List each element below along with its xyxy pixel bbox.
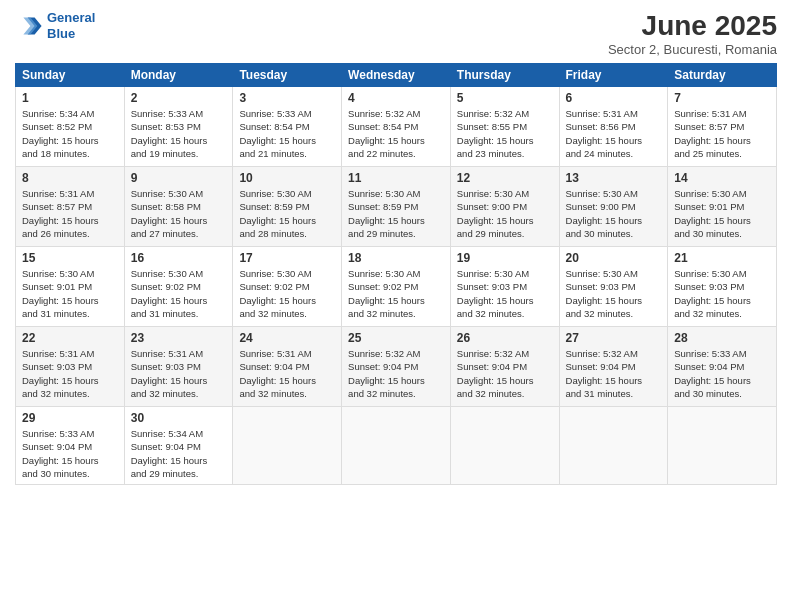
day-info: Sunrise: 5:34 AM Sunset: 8:52 PM Dayligh… (22, 107, 118, 160)
table-row (342, 407, 451, 485)
table-row: 10Sunrise: 5:30 AM Sunset: 8:59 PM Dayli… (233, 167, 342, 247)
table-row: 25Sunrise: 5:32 AM Sunset: 9:04 PM Dayli… (342, 327, 451, 407)
day-info: Sunrise: 5:31 AM Sunset: 8:56 PM Dayligh… (566, 107, 662, 160)
day-number: 7 (674, 91, 770, 105)
table-row: 16Sunrise: 5:30 AM Sunset: 9:02 PM Dayli… (124, 247, 233, 327)
day-info: Sunrise: 5:32 AM Sunset: 8:55 PM Dayligh… (457, 107, 553, 160)
day-number: 20 (566, 251, 662, 265)
table-row (559, 407, 668, 485)
day-number: 6 (566, 91, 662, 105)
table-row: 8Sunrise: 5:31 AM Sunset: 8:57 PM Daylig… (16, 167, 125, 247)
day-info: Sunrise: 5:33 AM Sunset: 9:04 PM Dayligh… (22, 427, 118, 480)
day-number: 12 (457, 171, 553, 185)
day-number: 17 (239, 251, 335, 265)
logo-blue: Blue (47, 26, 75, 41)
calendar-page: General Blue June 2025 Sector 2, Bucures… (0, 0, 792, 612)
day-number: 8 (22, 171, 118, 185)
day-info: Sunrise: 5:30 AM Sunset: 9:00 PM Dayligh… (457, 187, 553, 240)
day-number: 9 (131, 171, 227, 185)
day-number: 3 (239, 91, 335, 105)
day-info: Sunrise: 5:34 AM Sunset: 9:04 PM Dayligh… (131, 427, 227, 480)
day-info: Sunrise: 5:33 AM Sunset: 8:54 PM Dayligh… (239, 107, 335, 160)
table-row: 23Sunrise: 5:31 AM Sunset: 9:03 PM Dayli… (124, 327, 233, 407)
day-info: Sunrise: 5:30 AM Sunset: 9:03 PM Dayligh… (457, 267, 553, 320)
header-wednesday: Wednesday (342, 64, 451, 87)
day-number: 18 (348, 251, 444, 265)
day-number: 4 (348, 91, 444, 105)
day-info: Sunrise: 5:30 AM Sunset: 8:59 PM Dayligh… (348, 187, 444, 240)
day-number: 11 (348, 171, 444, 185)
day-number: 2 (131, 91, 227, 105)
day-number: 23 (131, 331, 227, 345)
header-thursday: Thursday (450, 64, 559, 87)
day-number: 25 (348, 331, 444, 345)
day-info: Sunrise: 5:33 AM Sunset: 8:53 PM Dayligh… (131, 107, 227, 160)
day-number: 10 (239, 171, 335, 185)
day-number: 5 (457, 91, 553, 105)
day-number: 26 (457, 331, 553, 345)
day-number: 13 (566, 171, 662, 185)
table-row: 13Sunrise: 5:30 AM Sunset: 9:00 PM Dayli… (559, 167, 668, 247)
day-info: Sunrise: 5:30 AM Sunset: 9:03 PM Dayligh… (674, 267, 770, 320)
day-info: Sunrise: 5:32 AM Sunset: 8:54 PM Dayligh… (348, 107, 444, 160)
day-number: 15 (22, 251, 118, 265)
day-info: Sunrise: 5:30 AM Sunset: 9:01 PM Dayligh… (22, 267, 118, 320)
day-info: Sunrise: 5:30 AM Sunset: 9:01 PM Dayligh… (674, 187, 770, 240)
table-row: 26Sunrise: 5:32 AM Sunset: 9:04 PM Dayli… (450, 327, 559, 407)
day-info: Sunrise: 5:30 AM Sunset: 9:02 PM Dayligh… (239, 267, 335, 320)
day-info: Sunrise: 5:30 AM Sunset: 9:02 PM Dayligh… (131, 267, 227, 320)
day-info: Sunrise: 5:31 AM Sunset: 9:04 PM Dayligh… (239, 347, 335, 400)
day-info: Sunrise: 5:30 AM Sunset: 8:58 PM Dayligh… (131, 187, 227, 240)
page-header: General Blue June 2025 Sector 2, Bucures… (15, 10, 777, 57)
day-info: Sunrise: 5:31 AM Sunset: 9:03 PM Dayligh… (131, 347, 227, 400)
day-number: 27 (566, 331, 662, 345)
day-info: Sunrise: 5:32 AM Sunset: 9:04 PM Dayligh… (348, 347, 444, 400)
table-row: 19Sunrise: 5:30 AM Sunset: 9:03 PM Dayli… (450, 247, 559, 327)
header-monday: Monday (124, 64, 233, 87)
day-number: 28 (674, 331, 770, 345)
logo-icon (15, 12, 43, 40)
day-info: Sunrise: 5:30 AM Sunset: 9:03 PM Dayligh… (566, 267, 662, 320)
day-info: Sunrise: 5:32 AM Sunset: 9:04 PM Dayligh… (566, 347, 662, 400)
calendar-title: June 2025 (608, 10, 777, 42)
day-info: Sunrise: 5:30 AM Sunset: 9:00 PM Dayligh… (566, 187, 662, 240)
day-number: 14 (674, 171, 770, 185)
table-row: 28Sunrise: 5:33 AM Sunset: 9:04 PM Dayli… (668, 327, 777, 407)
day-number: 30 (131, 411, 227, 425)
table-row: 30Sunrise: 5:34 AM Sunset: 9:04 PM Dayli… (124, 407, 233, 485)
table-row: 15Sunrise: 5:30 AM Sunset: 9:01 PM Dayli… (16, 247, 125, 327)
table-row: 14Sunrise: 5:30 AM Sunset: 9:01 PM Dayli… (668, 167, 777, 247)
table-row: 3Sunrise: 5:33 AM Sunset: 8:54 PM Daylig… (233, 87, 342, 167)
header-friday: Friday (559, 64, 668, 87)
table-row: 21Sunrise: 5:30 AM Sunset: 9:03 PM Dayli… (668, 247, 777, 327)
day-info: Sunrise: 5:30 AM Sunset: 8:59 PM Dayligh… (239, 187, 335, 240)
table-row: 24Sunrise: 5:31 AM Sunset: 9:04 PM Dayli… (233, 327, 342, 407)
weekday-header-row: Sunday Monday Tuesday Wednesday Thursday… (16, 64, 777, 87)
table-row: 9Sunrise: 5:30 AM Sunset: 8:58 PM Daylig… (124, 167, 233, 247)
table-row: 12Sunrise: 5:30 AM Sunset: 9:00 PM Dayli… (450, 167, 559, 247)
day-number: 21 (674, 251, 770, 265)
day-number: 16 (131, 251, 227, 265)
day-info: Sunrise: 5:33 AM Sunset: 9:04 PM Dayligh… (674, 347, 770, 400)
header-tuesday: Tuesday (233, 64, 342, 87)
header-sunday: Sunday (16, 64, 125, 87)
table-row: 20Sunrise: 5:30 AM Sunset: 9:03 PM Dayli… (559, 247, 668, 327)
day-info: Sunrise: 5:30 AM Sunset: 9:02 PM Dayligh… (348, 267, 444, 320)
table-row (233, 407, 342, 485)
table-row (450, 407, 559, 485)
table-row: 7Sunrise: 5:31 AM Sunset: 8:57 PM Daylig… (668, 87, 777, 167)
table-row (668, 407, 777, 485)
day-info: Sunrise: 5:31 AM Sunset: 8:57 PM Dayligh… (674, 107, 770, 160)
table-row: 27Sunrise: 5:32 AM Sunset: 9:04 PM Dayli… (559, 327, 668, 407)
table-row: 29Sunrise: 5:33 AM Sunset: 9:04 PM Dayli… (16, 407, 125, 485)
table-row: 1Sunrise: 5:34 AM Sunset: 8:52 PM Daylig… (16, 87, 125, 167)
logo: General Blue (15, 10, 95, 41)
table-row: 5Sunrise: 5:32 AM Sunset: 8:55 PM Daylig… (450, 87, 559, 167)
table-row: 6Sunrise: 5:31 AM Sunset: 8:56 PM Daylig… (559, 87, 668, 167)
day-number: 19 (457, 251, 553, 265)
day-info: Sunrise: 5:31 AM Sunset: 8:57 PM Dayligh… (22, 187, 118, 240)
title-area: June 2025 Sector 2, Bucuresti, Romania (608, 10, 777, 57)
day-number: 22 (22, 331, 118, 345)
table-row: 17Sunrise: 5:30 AM Sunset: 9:02 PM Dayli… (233, 247, 342, 327)
table-row: 18Sunrise: 5:30 AM Sunset: 9:02 PM Dayli… (342, 247, 451, 327)
